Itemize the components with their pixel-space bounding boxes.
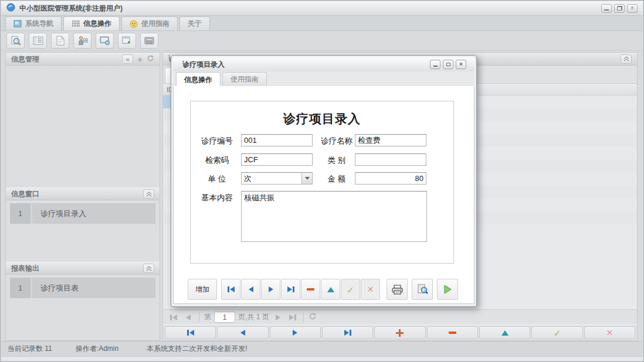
name-input[interactable] [355, 134, 426, 146]
first-record-button[interactable] [221, 279, 240, 300]
index-code-input[interactable] [241, 153, 313, 166]
record-cancel-button[interactable]: ✕ [584, 326, 635, 339]
record-first-button[interactable] [165, 326, 216, 339]
collapse-up-button[interactable] [621, 54, 632, 64]
add-button[interactable]: 增加 [188, 279, 217, 300]
dialog-close-button[interactable]: × [456, 60, 466, 69]
record-next-button[interactable] [270, 326, 321, 339]
print-preview-icon [417, 284, 428, 295]
close-button[interactable]: × [627, 4, 638, 13]
dialog-tab-guide[interactable]: 使用指南 [222, 72, 267, 86]
printer-icon [392, 285, 403, 295]
bottom-strip [1, 356, 643, 361]
print-button[interactable] [387, 279, 408, 300]
window-title: 中小型医院管理系统(非注册用户) [19, 4, 123, 13]
record-edit-button[interactable] [479, 326, 530, 339]
treatment-entry-dialog: 诊疗项目录入 × 信息操作 使用指南 诊疗项目录入 诊疗编号 诊疗名称 检索码 … [171, 55, 477, 307]
list-icon [33, 36, 43, 45]
record-delete-button[interactable] [427, 326, 478, 339]
restore-button[interactable] [614, 4, 625, 13]
play-icon [443, 285, 452, 294]
last-record-button[interactable] [281, 279, 300, 300]
triangle-up-icon [327, 287, 334, 292]
panel-body [6, 66, 160, 187]
minimize-button[interactable] [601, 4, 612, 13]
collapse-up-button[interactable] [143, 264, 154, 273]
edit-button[interactable] [321, 279, 340, 300]
tab-guide[interactable]: 使用指南 [121, 16, 178, 30]
dialog-titlebar: 诊疗项目录入 × [173, 57, 474, 71]
dialog-maximize-button[interactable] [443, 60, 453, 69]
icon-toolbar [1, 31, 643, 51]
dropdown-button[interactable] [301, 173, 312, 184]
cross-icon: ✕ [367, 285, 374, 293]
page-last-button[interactable] [287, 312, 299, 323]
category-input[interactable] [355, 153, 426, 166]
user-report-icon [77, 36, 88, 46]
amount-input[interactable] [355, 172, 426, 185]
unit-value: 次 [242, 173, 301, 184]
dialog-tab-info-ops[interactable]: 信息操作 [176, 72, 221, 87]
record-add-button[interactable] [374, 326, 425, 339]
page-first-button[interactable] [168, 312, 179, 323]
panel-title: 信息窗口 [11, 189, 39, 199]
paging-toolbar: 第 页,共 1 页 [163, 309, 637, 325]
panel-header: 信息管理 « + [6, 53, 160, 66]
cancel-button[interactable]: ✕ [361, 279, 380, 300]
form-heading: 诊疗项目录入 [191, 111, 453, 127]
page-next-button[interactable] [272, 312, 284, 323]
dialog-minimize-button[interactable] [430, 60, 440, 69]
chevron-down-icon [305, 177, 310, 180]
cross-icon: ✕ [606, 329, 613, 337]
content-textarea[interactable]: 核磁共振 [241, 191, 427, 242]
item-index: 1 [10, 203, 32, 224]
tab-info-ops[interactable]: 信息操作 [63, 16, 120, 30]
save-button[interactable]: ✓ [341, 279, 360, 300]
status-bar: 当前记录数 11 操作者:Admin 本系统支持二次开发和全新开发! [1, 341, 643, 356]
operator-label: 操作者:Admin [76, 344, 118, 354]
new-window-button[interactable] [118, 33, 136, 49]
page-prefix-label: 第 [204, 312, 211, 322]
monitor-button[interactable] [96, 33, 114, 49]
search-icon [11, 36, 21, 46]
collapse-left-button[interactable]: « [122, 54, 133, 64]
status-message: 本系统支持二次开发和全新开发! [147, 344, 247, 354]
code-input[interactable] [241, 134, 313, 146]
tab-about[interactable]: 关于 [179, 16, 210, 30]
list-item-treatment-report[interactable]: 1 诊疗项目表 [10, 278, 155, 298]
archive-icon [144, 36, 155, 45]
record-prev-button[interactable] [217, 326, 268, 339]
check-icon: ✓ [554, 329, 561, 337]
page-refresh-button[interactable] [309, 312, 317, 322]
run-report-button[interactable] [437, 279, 458, 300]
panel-info-windows: 信息窗口 1 诊疗项目录入 [6, 187, 160, 262]
next-record-button[interactable] [261, 279, 280, 300]
page-prev-button[interactable] [182, 312, 194, 323]
record-save-button[interactable]: ✓ [531, 326, 582, 339]
add-icon[interactable]: + [137, 55, 143, 64]
minimize-icon [604, 9, 609, 11]
collapse-up-button[interactable] [143, 189, 154, 199]
unit-select[interactable]: 次 [241, 172, 313, 185]
maximize-icon [446, 63, 450, 66]
monitor-icon [100, 36, 110, 46]
tab-system-nav[interactable]: 系统导航 [5, 16, 62, 30]
archive-button[interactable] [140, 33, 158, 49]
panel-body: 1 诊疗项目录入 [6, 200, 160, 262]
refresh-icon[interactable] [147, 54, 154, 64]
minus-icon [449, 332, 456, 334]
amount-label: 金 额 [318, 174, 355, 185]
document-icon [56, 36, 65, 46]
prev-record-button[interactable] [241, 279, 260, 300]
page-number-input[interactable] [214, 312, 235, 323]
page-suffix-label: 页,共 1 页 [238, 312, 269, 322]
list-item-treatment-entry[interactable]: 1 诊疗项目录入 [10, 203, 155, 224]
delete-button[interactable] [301, 279, 320, 300]
record-last-button[interactable] [322, 326, 373, 339]
record-count-label: 当前记录数 11 [8, 344, 52, 354]
search-button[interactable] [6, 33, 25, 49]
preview-button[interactable] [412, 279, 433, 300]
document-button[interactable] [51, 33, 69, 49]
user-report-button[interactable] [73, 33, 91, 49]
list-view-button[interactable] [29, 33, 47, 49]
